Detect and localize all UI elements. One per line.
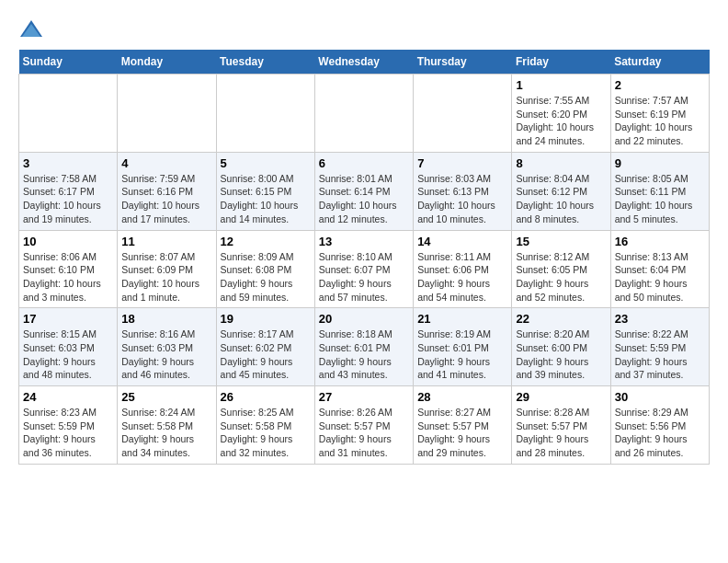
day-number: 12 xyxy=(221,235,311,248)
day-number: 29 xyxy=(516,390,606,404)
day-number: 27 xyxy=(319,390,409,404)
cell-content: Sunrise: 8:15 AM Sunset: 6:03 PM Dayligh… xyxy=(23,327,113,382)
cell-content: Sunrise: 7:57 AM Sunset: 6:19 PM Dayligh… xyxy=(615,94,705,148)
weekday-header: Thursday xyxy=(414,50,512,75)
cell-content: Sunrise: 8:18 AM Sunset: 6:01 PM Dayligh… xyxy=(319,327,409,382)
day-number: 26 xyxy=(221,390,311,404)
cell-content: Sunrise: 8:04 AM Sunset: 6:12 PM Dayligh… xyxy=(516,172,606,226)
calendar-cell: 8Sunrise: 8:04 AM Sunset: 6:12 PM Daylig… xyxy=(512,152,610,230)
calendar-cell: 12Sunrise: 8:09 AM Sunset: 6:08 PM Dayli… xyxy=(216,230,314,308)
calendar-week-row: 24Sunrise: 8:23 AM Sunset: 5:59 PM Dayli… xyxy=(19,386,710,465)
calendar-cell: 28Sunrise: 8:27 AM Sunset: 5:57 PM Dayli… xyxy=(414,386,512,465)
calendar-cell: 15Sunrise: 8:12 AM Sunset: 6:05 PM Dayli… xyxy=(512,230,610,308)
cell-content: Sunrise: 7:55 AM Sunset: 6:20 PM Dayligh… xyxy=(516,94,606,148)
cell-content: Sunrise: 8:23 AM Sunset: 5:59 PM Dayligh… xyxy=(23,406,113,460)
calendar-cell xyxy=(19,75,118,153)
day-number: 21 xyxy=(417,312,507,326)
cell-content: Sunrise: 8:07 AM Sunset: 6:09 PM Dayligh… xyxy=(121,250,211,304)
day-number: 11 xyxy=(121,235,211,248)
day-number: 1 xyxy=(516,78,606,92)
cell-content: Sunrise: 8:22 AM Sunset: 5:59 PM Dayligh… xyxy=(615,327,705,382)
calendar-cell: 6Sunrise: 8:01 AM Sunset: 6:14 PM Daylig… xyxy=(314,152,413,230)
day-number: 9 xyxy=(615,156,705,170)
weekday-header-row: SundayMondayTuesdayWednesdayThursdayFrid… xyxy=(19,50,710,75)
cell-content: Sunrise: 8:29 AM Sunset: 5:56 PM Dayligh… xyxy=(615,406,705,460)
cell-content: Sunrise: 8:28 AM Sunset: 5:57 PM Dayligh… xyxy=(516,406,606,460)
calendar-cell xyxy=(414,75,512,153)
day-number: 20 xyxy=(319,312,409,326)
calendar-cell xyxy=(118,75,216,153)
cell-content: Sunrise: 8:24 AM Sunset: 5:58 PM Dayligh… xyxy=(121,406,211,460)
day-number: 16 xyxy=(615,235,705,248)
calendar-cell: 21Sunrise: 8:19 AM Sunset: 6:01 PM Dayli… xyxy=(414,308,512,386)
calendar-cell: 18Sunrise: 8:16 AM Sunset: 6:03 PM Dayli… xyxy=(118,308,216,386)
calendar-cell: 11Sunrise: 8:07 AM Sunset: 6:09 PM Dayli… xyxy=(118,230,216,308)
cell-content: Sunrise: 8:12 AM Sunset: 6:05 PM Dayligh… xyxy=(516,250,606,304)
day-number: 25 xyxy=(121,390,211,404)
cell-content: Sunrise: 8:03 AM Sunset: 6:13 PM Dayligh… xyxy=(417,172,507,226)
cell-content: Sunrise: 8:13 AM Sunset: 6:04 PM Dayligh… xyxy=(615,250,705,304)
day-number: 7 xyxy=(417,156,507,170)
calendar-cell: 2Sunrise: 7:57 AM Sunset: 6:19 PM Daylig… xyxy=(610,75,709,153)
day-number: 30 xyxy=(615,390,705,404)
day-number: 17 xyxy=(23,312,113,326)
cell-content: Sunrise: 8:01 AM Sunset: 6:14 PM Dayligh… xyxy=(319,172,409,226)
day-number: 15 xyxy=(516,235,606,248)
weekday-header: Sunday xyxy=(19,50,118,75)
calendar-cell: 27Sunrise: 8:26 AM Sunset: 5:57 PM Dayli… xyxy=(314,386,413,465)
weekday-header: Saturday xyxy=(610,50,709,75)
logo-icon xyxy=(18,18,44,40)
calendar-cell: 5Sunrise: 8:00 AM Sunset: 6:15 PM Daylig… xyxy=(216,152,314,230)
cell-content: Sunrise: 8:17 AM Sunset: 6:02 PM Dayligh… xyxy=(221,327,311,382)
cell-content: Sunrise: 8:06 AM Sunset: 6:10 PM Dayligh… xyxy=(23,250,113,304)
calendar-cell: 23Sunrise: 8:22 AM Sunset: 5:59 PM Dayli… xyxy=(610,308,709,386)
day-number: 24 xyxy=(23,390,113,404)
calendar-cell: 9Sunrise: 8:05 AM Sunset: 6:11 PM Daylig… xyxy=(610,152,709,230)
cell-content: Sunrise: 7:59 AM Sunset: 6:16 PM Dayligh… xyxy=(121,172,211,226)
weekday-header: Monday xyxy=(118,50,216,75)
day-number: 3 xyxy=(23,156,113,170)
calendar-cell: 1Sunrise: 7:55 AM Sunset: 6:20 PM Daylig… xyxy=(512,75,610,153)
day-number: 14 xyxy=(417,235,507,248)
calendar-cell: 24Sunrise: 8:23 AM Sunset: 5:59 PM Dayli… xyxy=(19,386,118,465)
calendar-cell: 20Sunrise: 8:18 AM Sunset: 6:01 PM Dayli… xyxy=(314,308,413,386)
cell-content: Sunrise: 8:19 AM Sunset: 6:01 PM Dayligh… xyxy=(417,327,507,382)
day-number: 8 xyxy=(516,156,606,170)
calendar-cell: 7Sunrise: 8:03 AM Sunset: 6:13 PM Daylig… xyxy=(414,152,512,230)
calendar-cell: 25Sunrise: 8:24 AM Sunset: 5:58 PM Dayli… xyxy=(118,386,216,465)
calendar-cell: 22Sunrise: 8:20 AM Sunset: 6:00 PM Dayli… xyxy=(512,308,610,386)
calendar-cell: 14Sunrise: 8:11 AM Sunset: 6:06 PM Dayli… xyxy=(414,230,512,308)
day-number: 18 xyxy=(121,312,211,326)
calendar-cell: 13Sunrise: 8:10 AM Sunset: 6:07 PM Dayli… xyxy=(314,230,413,308)
weekday-header: Tuesday xyxy=(216,50,314,75)
day-number: 28 xyxy=(417,390,507,404)
logo xyxy=(18,18,48,40)
cell-content: Sunrise: 8:25 AM Sunset: 5:58 PM Dayligh… xyxy=(221,406,311,460)
calendar-table: SundayMondayTuesdayWednesdayThursdayFrid… xyxy=(18,50,710,465)
cell-content: Sunrise: 7:58 AM Sunset: 6:17 PM Dayligh… xyxy=(23,172,113,226)
calendar-week-row: 3Sunrise: 7:58 AM Sunset: 6:17 PM Daylig… xyxy=(19,152,710,230)
cell-content: Sunrise: 8:16 AM Sunset: 6:03 PM Dayligh… xyxy=(121,327,211,382)
cell-content: Sunrise: 8:05 AM Sunset: 6:11 PM Dayligh… xyxy=(615,172,705,226)
day-number: 2 xyxy=(615,78,705,92)
cell-content: Sunrise: 8:00 AM Sunset: 6:15 PM Dayligh… xyxy=(221,172,311,226)
cell-content: Sunrise: 8:20 AM Sunset: 6:00 PM Dayligh… xyxy=(516,327,606,382)
calendar-week-row: 10Sunrise: 8:06 AM Sunset: 6:10 PM Dayli… xyxy=(19,230,710,308)
calendar-cell: 30Sunrise: 8:29 AM Sunset: 5:56 PM Dayli… xyxy=(610,386,709,465)
calendar-cell: 4Sunrise: 7:59 AM Sunset: 6:16 PM Daylig… xyxy=(118,152,216,230)
day-number: 13 xyxy=(319,235,409,248)
weekday-header: Wednesday xyxy=(314,50,413,75)
calendar-cell: 29Sunrise: 8:28 AM Sunset: 5:57 PM Dayli… xyxy=(512,386,610,465)
calendar-cell: 3Sunrise: 7:58 AM Sunset: 6:17 PM Daylig… xyxy=(19,152,118,230)
calendar-cell: 26Sunrise: 8:25 AM Sunset: 5:58 PM Dayli… xyxy=(216,386,314,465)
calendar-cell: 16Sunrise: 8:13 AM Sunset: 6:04 PM Dayli… xyxy=(610,230,709,308)
day-number: 10 xyxy=(23,235,113,248)
day-number: 4 xyxy=(121,156,211,170)
calendar-cell: 17Sunrise: 8:15 AM Sunset: 6:03 PM Dayli… xyxy=(19,308,118,386)
calendar-cell: 19Sunrise: 8:17 AM Sunset: 6:02 PM Dayli… xyxy=(216,308,314,386)
calendar-week-row: 1Sunrise: 7:55 AM Sunset: 6:20 PM Daylig… xyxy=(19,75,710,153)
calendar-week-row: 17Sunrise: 8:15 AM Sunset: 6:03 PM Dayli… xyxy=(19,308,710,386)
day-number: 19 xyxy=(221,312,311,326)
calendar-cell xyxy=(216,75,314,153)
day-number: 23 xyxy=(615,312,705,326)
